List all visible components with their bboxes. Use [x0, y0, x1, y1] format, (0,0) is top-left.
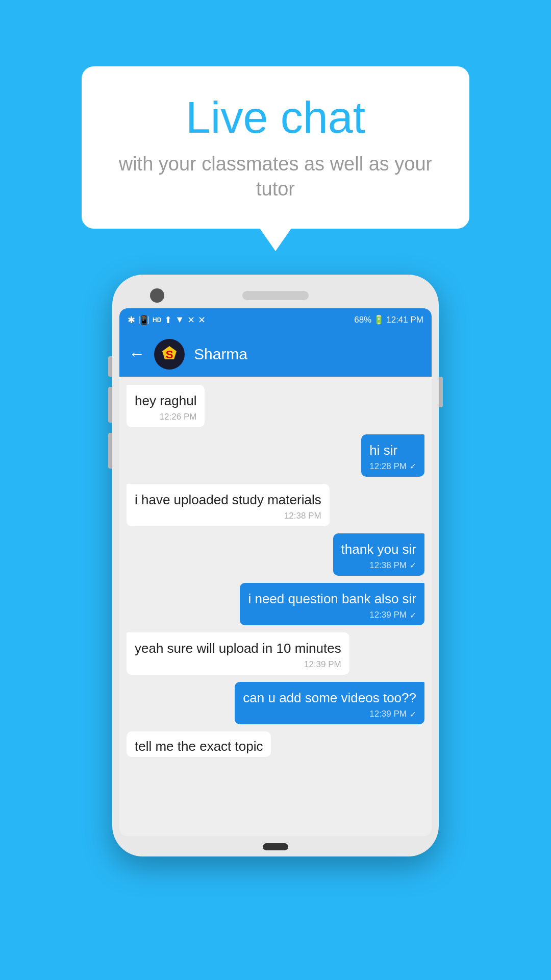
status-bar-left: ✱ 📳 HD ⬆ ▼ ✕ ✕ — [128, 314, 206, 326]
chat-area[interactable]: hey raghul12:26 PMhi sir12:28 PM✓i have … — [119, 377, 432, 836]
message-time: 12:39 PM — [369, 610, 407, 620]
message-text: thank you sir — [341, 541, 416, 558]
message-meta: 12:38 PM — [135, 511, 321, 521]
live-chat-subtitle: with your classmates as well as your tut… — [117, 152, 434, 202]
message-bubble-4: thank you sir12:38 PM✓ — [333, 533, 424, 576]
message-row-1: hey raghul12:26 PM — [127, 385, 424, 427]
phone-side-button — [108, 356, 112, 377]
message-text: can u add some videos too?? — [243, 689, 416, 707]
message-row-4: thank you sir12:38 PM✓ — [127, 533, 424, 576]
message-bubble-3: i have uploaded study materials12:38 PM — [127, 484, 330, 526]
message-text: hey raghul — [135, 392, 196, 410]
partial-message: tell me the exact topic — [127, 731, 271, 757]
phone-screen: ✱ 📳 HD ⬆ ▼ ✕ ✕ 68% 🔋 12:41 PM ← — [119, 308, 432, 836]
sync-icon: ⬆ — [164, 314, 172, 326]
status-bar-right: 68% 🔋 12:41 PM — [354, 314, 423, 325]
chat-header: ← S Sharma — [119, 332, 432, 377]
back-button[interactable]: ← — [129, 345, 145, 363]
svg-text:S: S — [166, 348, 173, 361]
signal-icon: ✕ — [187, 314, 195, 326]
phone-volume-up-button — [108, 387, 112, 423]
speech-bubble: Live chat with your classmates as well a… — [82, 66, 469, 229]
message-row-5: i need question bank also sir12:39 PM✓ — [127, 583, 424, 625]
message-row-2: hi sir12:28 PM✓ — [127, 434, 424, 477]
phone-camera — [150, 288, 164, 303]
phone-top-bar — [119, 286, 432, 308]
message-meta: 12:39 PM✓ — [248, 610, 416, 620]
status-bar: ✱ 📳 HD ⬆ ▼ ✕ ✕ 68% 🔋 12:41 PM — [119, 308, 432, 332]
message-time: 12:39 PM — [369, 709, 407, 719]
message-bubble-7: can u add some videos too??12:39 PM✓ — [235, 682, 424, 724]
battery-percent: 68% — [354, 315, 371, 325]
message-time: 12:38 PM — [284, 511, 321, 521]
message-tick-icon: ✓ — [410, 709, 416, 719]
message-bubble-6: yeah sure will upload in 10 minutes12:39… — [127, 632, 349, 675]
message-row-6: yeah sure will upload in 10 minutes12:39… — [127, 632, 424, 675]
hd-icon: HD — [153, 316, 161, 324]
message-bubble-5: i need question bank also sir12:39 PM✓ — [240, 583, 424, 625]
message-row-3: i have uploaded study materials12:38 PM — [127, 484, 424, 526]
message-bubble-2: hi sir12:28 PM✓ — [361, 434, 424, 477]
phone-home-button[interactable] — [263, 843, 288, 850]
avatar: S — [154, 339, 185, 370]
contact-name: Sharma — [194, 346, 247, 363]
message-time: 12:38 PM — [369, 560, 407, 571]
phone-power-button — [439, 377, 443, 407]
message-tick-icon: ✓ — [410, 560, 416, 570]
message-meta: 12:39 PM — [135, 659, 341, 670]
live-chat-title: Live chat — [117, 93, 434, 142]
phone-frame: ✱ 📳 HD ⬆ ▼ ✕ ✕ 68% 🔋 12:41 PM ← — [112, 275, 439, 856]
vibrate-icon: 📳 — [138, 314, 149, 326]
bluetooth-icon: ✱ — [128, 314, 135, 326]
phone-speaker — [242, 291, 309, 300]
phone-volume-down-button — [108, 433, 112, 469]
message-meta: 12:39 PM✓ — [243, 709, 416, 719]
message-bubble-1: hey raghul12:26 PM — [127, 385, 205, 427]
signal2-icon: ✕ — [198, 314, 206, 326]
battery-icon: 🔋 — [373, 314, 384, 325]
message-time: 12:28 PM — [369, 461, 407, 472]
message-meta: 12:38 PM✓ — [341, 560, 416, 571]
message-row-8: tell me the exact topic — [127, 731, 424, 757]
clock: 12:41 PM — [386, 315, 423, 325]
message-tick-icon: ✓ — [410, 610, 416, 620]
superman-logo-icon: S — [158, 343, 181, 365]
message-time: 12:39 PM — [304, 659, 341, 670]
message-meta: 12:26 PM — [135, 412, 196, 422]
message-text: yeah sure will upload in 10 minutes — [135, 640, 341, 657]
message-text: i have uploaded study materials — [135, 491, 321, 509]
message-meta: 12:28 PM✓ — [369, 461, 416, 472]
message-tick-icon: ✓ — [410, 461, 416, 471]
message-text: hi sir — [369, 442, 416, 459]
wifi-icon: ▼ — [175, 314, 184, 325]
message-time: 12:26 PM — [160, 412, 197, 422]
message-text: i need question bank also sir — [248, 590, 416, 608]
message-row-7: can u add some videos too??12:39 PM✓ — [127, 682, 424, 724]
phone-mockup: ✱ 📳 HD ⬆ ▼ ✕ ✕ 68% 🔋 12:41 PM ← — [112, 275, 439, 856]
